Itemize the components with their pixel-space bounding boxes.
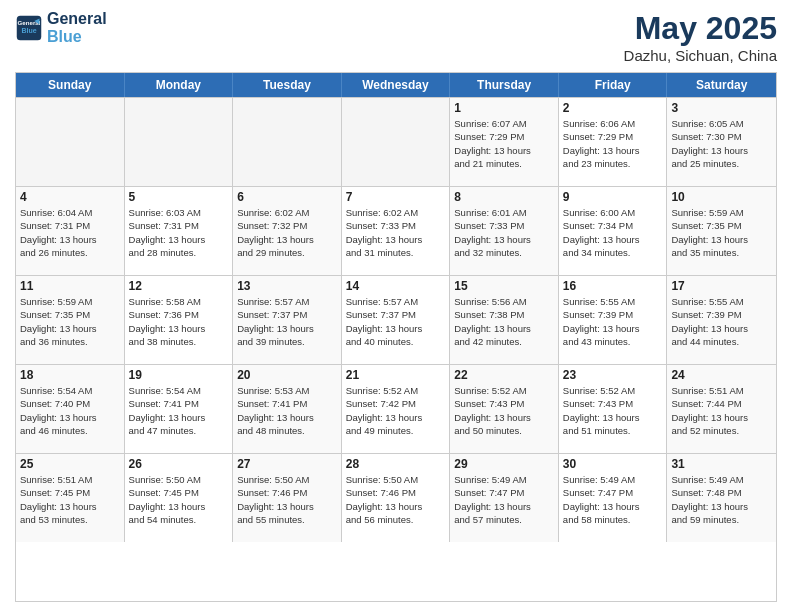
day-number: 14	[346, 279, 446, 293]
cal-cell: 16Sunrise: 5:55 AM Sunset: 7:39 PM Dayli…	[559, 276, 668, 364]
day-info: Sunrise: 5:49 AM Sunset: 7:47 PM Dayligh…	[454, 473, 554, 526]
logo-icon: General Blue	[15, 14, 43, 42]
day-info: Sunrise: 5:49 AM Sunset: 7:47 PM Dayligh…	[563, 473, 663, 526]
day-info: Sunrise: 5:52 AM Sunset: 7:43 PM Dayligh…	[563, 384, 663, 437]
day-number: 25	[20, 457, 120, 471]
day-number: 2	[563, 101, 663, 115]
day-info: Sunrise: 6:04 AM Sunset: 7:31 PM Dayligh…	[20, 206, 120, 259]
cal-cell	[233, 98, 342, 186]
cal-cell: 10Sunrise: 5:59 AM Sunset: 7:35 PM Dayli…	[667, 187, 776, 275]
calendar-body: 1Sunrise: 6:07 AM Sunset: 7:29 PM Daylig…	[16, 97, 776, 542]
cal-cell: 3Sunrise: 6:05 AM Sunset: 7:30 PM Daylig…	[667, 98, 776, 186]
cal-cell: 22Sunrise: 5:52 AM Sunset: 7:43 PM Dayli…	[450, 365, 559, 453]
day-number: 4	[20, 190, 120, 204]
day-info: Sunrise: 5:59 AM Sunset: 7:35 PM Dayligh…	[20, 295, 120, 348]
day-header-monday: Monday	[125, 73, 234, 97]
day-info: Sunrise: 5:49 AM Sunset: 7:48 PM Dayligh…	[671, 473, 772, 526]
cal-cell: 29Sunrise: 5:49 AM Sunset: 7:47 PM Dayli…	[450, 454, 559, 542]
cal-cell: 26Sunrise: 5:50 AM Sunset: 7:45 PM Dayli…	[125, 454, 234, 542]
day-header-friday: Friday	[559, 73, 668, 97]
day-number: 11	[20, 279, 120, 293]
day-info: Sunrise: 6:05 AM Sunset: 7:30 PM Dayligh…	[671, 117, 772, 170]
day-info: Sunrise: 5:53 AM Sunset: 7:41 PM Dayligh…	[237, 384, 337, 437]
calendar-header: SundayMondayTuesdayWednesdayThursdayFrid…	[16, 73, 776, 97]
day-info: Sunrise: 5:57 AM Sunset: 7:37 PM Dayligh…	[346, 295, 446, 348]
day-info: Sunrise: 5:50 AM Sunset: 7:46 PM Dayligh…	[346, 473, 446, 526]
day-number: 31	[671, 457, 772, 471]
cal-cell: 23Sunrise: 5:52 AM Sunset: 7:43 PM Dayli…	[559, 365, 668, 453]
week-row-1: 1Sunrise: 6:07 AM Sunset: 7:29 PM Daylig…	[16, 97, 776, 186]
day-info: Sunrise: 5:52 AM Sunset: 7:43 PM Dayligh…	[454, 384, 554, 437]
day-number: 20	[237, 368, 337, 382]
cal-cell: 28Sunrise: 5:50 AM Sunset: 7:46 PM Dayli…	[342, 454, 451, 542]
cal-cell: 8Sunrise: 6:01 AM Sunset: 7:33 PM Daylig…	[450, 187, 559, 275]
day-number: 12	[129, 279, 229, 293]
day-info: Sunrise: 5:56 AM Sunset: 7:38 PM Dayligh…	[454, 295, 554, 348]
page: General Blue General Blue May 2025 Dazhu…	[0, 0, 792, 612]
cal-cell: 1Sunrise: 6:07 AM Sunset: 7:29 PM Daylig…	[450, 98, 559, 186]
cal-cell: 27Sunrise: 5:50 AM Sunset: 7:46 PM Dayli…	[233, 454, 342, 542]
day-number: 15	[454, 279, 554, 293]
day-number: 17	[671, 279, 772, 293]
cal-cell	[125, 98, 234, 186]
day-header-wednesday: Wednesday	[342, 73, 451, 97]
cal-cell: 13Sunrise: 5:57 AM Sunset: 7:37 PM Dayli…	[233, 276, 342, 364]
day-number: 18	[20, 368, 120, 382]
day-info: Sunrise: 5:57 AM Sunset: 7:37 PM Dayligh…	[237, 295, 337, 348]
cal-cell: 6Sunrise: 6:02 AM Sunset: 7:32 PM Daylig…	[233, 187, 342, 275]
day-info: Sunrise: 5:51 AM Sunset: 7:44 PM Dayligh…	[671, 384, 772, 437]
cal-cell	[16, 98, 125, 186]
day-number: 6	[237, 190, 337, 204]
day-info: Sunrise: 5:51 AM Sunset: 7:45 PM Dayligh…	[20, 473, 120, 526]
day-info: Sunrise: 5:50 AM Sunset: 7:46 PM Dayligh…	[237, 473, 337, 526]
cal-cell: 25Sunrise: 5:51 AM Sunset: 7:45 PM Dayli…	[16, 454, 125, 542]
day-number: 26	[129, 457, 229, 471]
day-info: Sunrise: 5:54 AM Sunset: 7:40 PM Dayligh…	[20, 384, 120, 437]
day-number: 5	[129, 190, 229, 204]
title-block: May 2025 Dazhu, Sichuan, China	[624, 10, 777, 64]
day-number: 23	[563, 368, 663, 382]
cal-cell: 30Sunrise: 5:49 AM Sunset: 7:47 PM Dayli…	[559, 454, 668, 542]
cal-cell: 11Sunrise: 5:59 AM Sunset: 7:35 PM Dayli…	[16, 276, 125, 364]
day-number: 16	[563, 279, 663, 293]
month-title: May 2025	[624, 10, 777, 47]
cal-cell: 15Sunrise: 5:56 AM Sunset: 7:38 PM Dayli…	[450, 276, 559, 364]
cal-cell: 21Sunrise: 5:52 AM Sunset: 7:42 PM Dayli…	[342, 365, 451, 453]
day-number: 24	[671, 368, 772, 382]
day-header-saturday: Saturday	[667, 73, 776, 97]
cal-cell: 18Sunrise: 5:54 AM Sunset: 7:40 PM Dayli…	[16, 365, 125, 453]
cal-cell	[342, 98, 451, 186]
day-number: 8	[454, 190, 554, 204]
cal-cell: 24Sunrise: 5:51 AM Sunset: 7:44 PM Dayli…	[667, 365, 776, 453]
cal-cell: 12Sunrise: 5:58 AM Sunset: 7:36 PM Dayli…	[125, 276, 234, 364]
day-info: Sunrise: 6:00 AM Sunset: 7:34 PM Dayligh…	[563, 206, 663, 259]
day-info: Sunrise: 5:58 AM Sunset: 7:36 PM Dayligh…	[129, 295, 229, 348]
day-number: 28	[346, 457, 446, 471]
day-header-thursday: Thursday	[450, 73, 559, 97]
day-number: 3	[671, 101, 772, 115]
day-info: Sunrise: 6:02 AM Sunset: 7:32 PM Dayligh…	[237, 206, 337, 259]
day-info: Sunrise: 5:55 AM Sunset: 7:39 PM Dayligh…	[671, 295, 772, 348]
week-row-2: 4Sunrise: 6:04 AM Sunset: 7:31 PM Daylig…	[16, 186, 776, 275]
day-info: Sunrise: 5:54 AM Sunset: 7:41 PM Dayligh…	[129, 384, 229, 437]
week-row-3: 11Sunrise: 5:59 AM Sunset: 7:35 PM Dayli…	[16, 275, 776, 364]
day-number: 10	[671, 190, 772, 204]
logo: General Blue General Blue	[15, 10, 107, 45]
cal-cell: 31Sunrise: 5:49 AM Sunset: 7:48 PM Dayli…	[667, 454, 776, 542]
week-row-5: 25Sunrise: 5:51 AM Sunset: 7:45 PM Dayli…	[16, 453, 776, 542]
day-number: 13	[237, 279, 337, 293]
day-info: Sunrise: 5:50 AM Sunset: 7:45 PM Dayligh…	[129, 473, 229, 526]
day-number: 30	[563, 457, 663, 471]
day-info: Sunrise: 6:06 AM Sunset: 7:29 PM Dayligh…	[563, 117, 663, 170]
day-info: Sunrise: 6:07 AM Sunset: 7:29 PM Dayligh…	[454, 117, 554, 170]
svg-text:Blue: Blue	[21, 27, 36, 34]
day-number: 19	[129, 368, 229, 382]
day-number: 7	[346, 190, 446, 204]
calendar: SundayMondayTuesdayWednesdayThursdayFrid…	[15, 72, 777, 602]
cal-cell: 5Sunrise: 6:03 AM Sunset: 7:31 PM Daylig…	[125, 187, 234, 275]
day-number: 22	[454, 368, 554, 382]
day-info: Sunrise: 6:01 AM Sunset: 7:33 PM Dayligh…	[454, 206, 554, 259]
location: Dazhu, Sichuan, China	[624, 47, 777, 64]
day-number: 21	[346, 368, 446, 382]
day-number: 1	[454, 101, 554, 115]
